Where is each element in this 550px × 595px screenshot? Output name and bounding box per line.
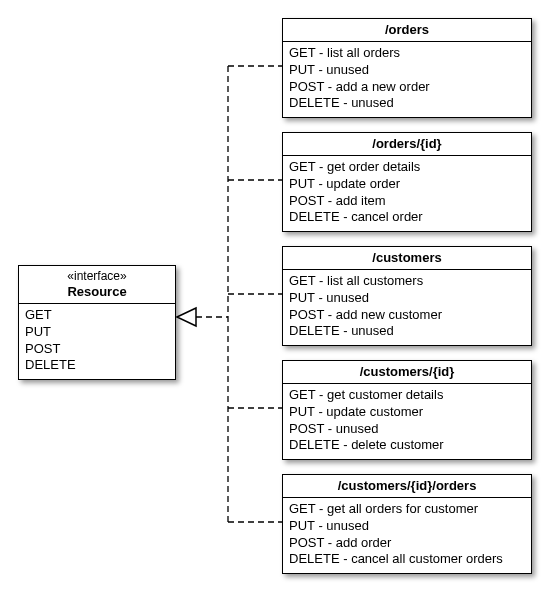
resource-method: POST - add item [289,193,525,210]
resource-method: PUT - update order [289,176,525,193]
interface-box: «interface» Resource GET PUT POST DELETE [18,265,176,380]
resource-box-orders: /orders GET - list all orders PUT - unus… [282,18,532,118]
resource-method: DELETE - cancel all customer orders [289,551,525,568]
resource-method: GET - list all orders [289,45,525,62]
resource-method: DELETE - unused [289,323,525,340]
resource-title: /customers/{id}/orders [289,478,525,494]
resource-method: PUT - unused [289,62,525,79]
resource-method: DELETE - unused [289,95,525,112]
resource-title: /customers/{id} [289,364,525,380]
resource-method: POST - add new customer [289,307,525,324]
interface-op: POST [25,341,169,358]
realization-arrowhead-icon [177,308,196,326]
resource-method: GET - get customer details [289,387,525,404]
resource-method: POST - unused [289,421,525,438]
resource-method: PUT - update customer [289,404,525,421]
resource-box-customers-id: /customers/{id} GET - get customer detai… [282,360,532,460]
resource-body: GET - get all orders for customer PUT - … [283,498,531,573]
resource-method: GET - get order details [289,159,525,176]
resource-method: PUT - unused [289,518,525,535]
resource-method: POST - add a new order [289,79,525,96]
resource-title: /customers [289,250,525,266]
resource-header: /customers/{id}/orders [283,475,531,498]
resource-title: /orders/{id} [289,136,525,152]
interface-op: DELETE [25,357,169,374]
resource-header: /customers [283,247,531,270]
resource-box-customers-id-orders: /customers/{id}/orders GET - get all ord… [282,474,532,574]
resource-method: POST - add order [289,535,525,552]
resource-body: GET - list all customers PUT - unused PO… [283,270,531,345]
resource-header: /orders/{id} [283,133,531,156]
interface-stereotype: «interface» [25,269,169,284]
interface-op: PUT [25,324,169,341]
resource-method: DELETE - delete customer [289,437,525,454]
resource-header: /orders [283,19,531,42]
resource-box-customers: /customers GET - list all customers PUT … [282,246,532,346]
resource-method: GET - list all customers [289,273,525,290]
resource-body: GET - get customer details PUT - update … [283,384,531,459]
resource-body: GET - get order details PUT - update ord… [283,156,531,231]
resource-method: GET - get all orders for customer [289,501,525,518]
resource-body: GET - list all orders PUT - unused POST … [283,42,531,117]
interface-header: «interface» Resource [19,266,175,304]
resource-method: DELETE - cancel order [289,209,525,226]
interface-op: GET [25,307,169,324]
resource-method: PUT - unused [289,290,525,307]
resource-title: /orders [289,22,525,38]
resource-header: /customers/{id} [283,361,531,384]
resource-box-orders-id: /orders/{id} GET - get order details PUT… [282,132,532,232]
interface-body: GET PUT POST DELETE [19,304,175,379]
interface-name: Resource [25,284,169,300]
